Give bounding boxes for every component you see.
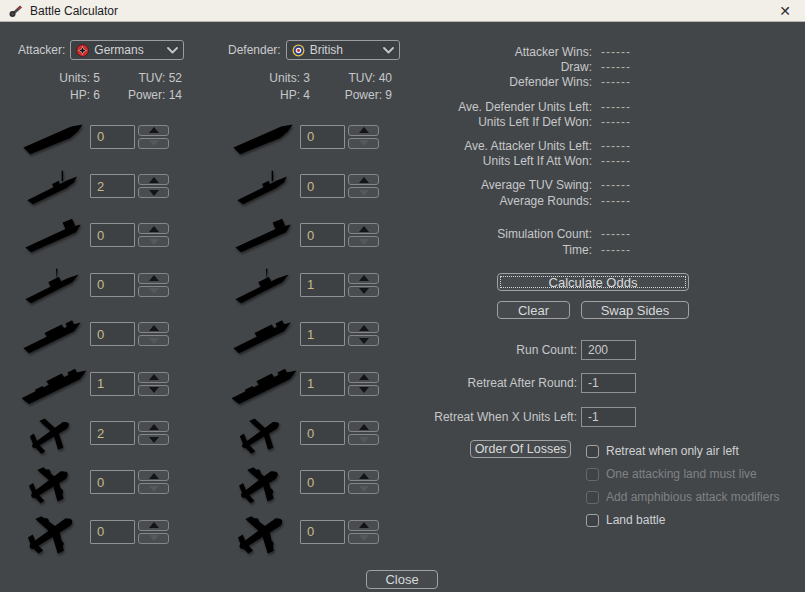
window-close-icon[interactable]: ✕ [765, 0, 805, 21]
defender-submarine-count-input[interactable] [300, 174, 345, 198]
decrement-button[interactable] [348, 533, 379, 544]
checkbox-box[interactable] [586, 445, 599, 458]
destroyer-icon [18, 262, 90, 308]
attacker-fighter-count-input[interactable] [90, 421, 135, 445]
attacker-tactical-bomber-count-input[interactable] [90, 470, 135, 494]
decrement-button[interactable] [138, 187, 169, 198]
attacker-bomber-count-input[interactable] [90, 520, 135, 544]
decrement-button[interactable] [138, 335, 169, 346]
decrement-button[interactable] [138, 434, 169, 445]
defender-submarine-stepper [348, 174, 379, 198]
attacker-battleship-count-input[interactable] [90, 372, 135, 396]
options-checkboxes: Retreat when only air left One attacking… [586, 443, 779, 528]
increment-button[interactable] [348, 174, 379, 185]
increment-button[interactable] [348, 273, 379, 284]
increment-button[interactable] [138, 322, 169, 333]
decrement-button[interactable] [138, 236, 169, 247]
increment-button[interactable] [348, 223, 379, 234]
attacker-transport-count-input[interactable] [90, 223, 135, 247]
decrement-button[interactable] [138, 138, 169, 149]
increment-button[interactable] [348, 125, 379, 136]
increment-button[interactable] [138, 372, 169, 383]
bomber-icon [228, 509, 300, 555]
attacker-wins-value: ------ [601, 45, 691, 59]
attacker-submarine-count-input[interactable] [90, 174, 135, 198]
checkbox-label: Add amphibious attack modifiers [606, 490, 779, 504]
swap-sides-button[interactable]: Swap Sides [581, 301, 689, 319]
attacker-destroyer-count-input[interactable] [90, 273, 135, 297]
defender-bomber-count-input[interactable] [300, 520, 345, 544]
attacker-faction-value: Germans [94, 43, 167, 57]
checkbox-retreat-when-only-air-left[interactable]: Retreat when only air left [586, 443, 779, 459]
increment-button[interactable] [138, 421, 169, 432]
attacker-carrier-count-input[interactable] [90, 125, 135, 149]
window-titlebar: Battle Calculator ✕ [0, 0, 805, 22]
defender-carrier-stepper [348, 125, 379, 149]
unit-row [225, 161, 379, 210]
defender-bomber-stepper [348, 520, 379, 544]
defender-transport-count-input[interactable] [300, 223, 345, 247]
checkbox-land-battle[interactable]: Land battle [586, 512, 779, 528]
decrement-button[interactable] [138, 385, 169, 396]
increment-button[interactable] [348, 372, 379, 383]
defender-cruiser-count-input[interactable] [300, 322, 345, 346]
defender-destroyer-stepper [348, 273, 379, 297]
unit-row [15, 359, 169, 408]
order-of-losses-button[interactable]: Order Of Losses [470, 440, 571, 458]
calculate-odds-button[interactable]: Calculate Odds [497, 273, 689, 291]
decrement-button[interactable] [348, 187, 379, 198]
attacker-unit-list [15, 112, 169, 557]
increment-button[interactable] [348, 470, 379, 481]
average-tuv-swing-label: Average TUV Swing: [440, 178, 592, 192]
decrement-button[interactable] [348, 286, 379, 297]
ave-attacker-units-label: Ave. Attacker Units Left: [440, 139, 592, 153]
decrement-button[interactable] [348, 434, 379, 445]
decrement-button[interactable] [348, 335, 379, 346]
decrement-button[interactable] [348, 236, 379, 247]
unit-row [15, 408, 169, 457]
time-label: Time: [440, 243, 592, 257]
increment-button[interactable] [138, 273, 169, 284]
unit-row [15, 161, 169, 210]
attacker-cruiser-count-input[interactable] [90, 322, 135, 346]
attacker-tactical-bomber-stepper [138, 470, 169, 494]
increment-button[interactable] [348, 421, 379, 432]
increment-button[interactable] [138, 174, 169, 185]
defender-faction-select[interactable]: British [286, 40, 400, 60]
decrement-button[interactable] [138, 483, 169, 494]
clear-button[interactable]: Clear [497, 301, 570, 319]
average-rounds-value: ------ [601, 194, 691, 208]
defender-destroyer-count-input[interactable] [300, 273, 345, 297]
increment-button[interactable] [138, 125, 169, 136]
decrement-button[interactable] [138, 286, 169, 297]
retreat-when-x-units-input[interactable] [581, 407, 636, 427]
ave-defender-units-value: ------ [601, 100, 691, 114]
retreat-after-round-input[interactable] [581, 373, 636, 393]
checkbox-box[interactable] [586, 514, 599, 527]
increment-button[interactable] [348, 322, 379, 333]
increment-button[interactable] [138, 520, 169, 531]
cruiser-icon [228, 311, 300, 357]
draw-label: Draw: [440, 60, 592, 74]
decrement-button[interactable] [348, 483, 379, 494]
close-button[interactable]: Close [366, 570, 438, 589]
defender-battleship-count-input[interactable] [300, 372, 345, 396]
simulation-count-value: ------ [601, 227, 691, 241]
defender-carrier-count-input[interactable] [300, 125, 345, 149]
increment-button[interactable] [348, 520, 379, 531]
simulation-count-label: Simulation Count: [440, 227, 592, 241]
units-left-def-won-label: Units Left If Def Won: [440, 115, 592, 129]
decrement-button[interactable] [138, 533, 169, 544]
attacker-faction-select[interactable]: Germans [70, 40, 184, 60]
destroyer-icon [228, 262, 300, 308]
battleship-icon [228, 361, 300, 407]
decrement-button[interactable] [348, 385, 379, 396]
decrement-button[interactable] [348, 138, 379, 149]
defender-tactical-bomber-stepper [348, 470, 379, 494]
run-count-input[interactable] [581, 340, 636, 360]
unit-row [15, 458, 169, 507]
increment-button[interactable] [138, 223, 169, 234]
increment-button[interactable] [138, 470, 169, 481]
defender-tactical-bomber-count-input[interactable] [300, 470, 345, 494]
defender-fighter-count-input[interactable] [300, 421, 345, 445]
